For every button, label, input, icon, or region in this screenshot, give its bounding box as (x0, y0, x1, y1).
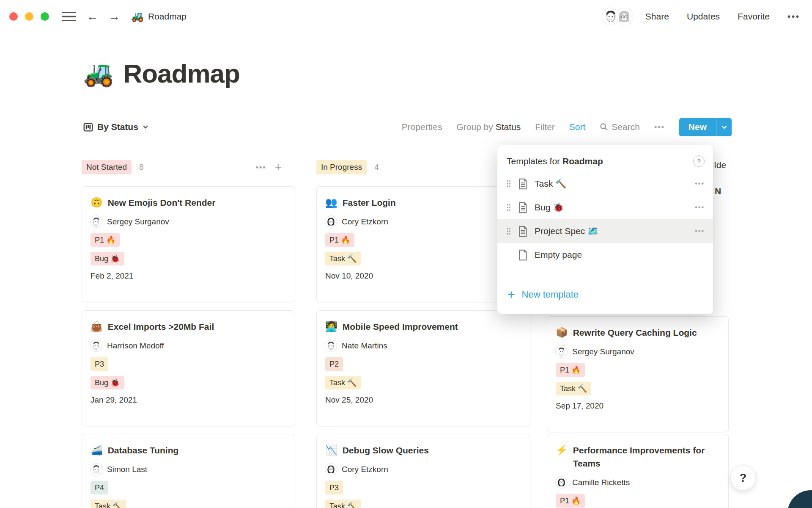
toolbar-divider (0, 143, 812, 143)
board-card[interactable]: 📉Debug Slow Queries Cory Etzkorn P3 Task… (316, 434, 530, 508)
template-more-icon[interactable]: ••• (695, 180, 705, 188)
blank-page-icon (518, 249, 528, 261)
column-add-icon[interactable]: + (275, 161, 282, 173)
view-name: By Status (97, 122, 138, 132)
close-window-icon[interactable] (9, 12, 18, 21)
card-title: Faster Login (343, 196, 396, 209)
board-card[interactable]: ⚡Performance Improvements for Teams Cami… (547, 434, 729, 508)
avatar (325, 464, 337, 475)
collaborator-avatars[interactable] (602, 8, 633, 25)
template-item-bug[interactable]: Bug 🐞 ••• (497, 196, 713, 219)
card-person: Camille Ricketts (572, 478, 630, 487)
column-count: 8 (139, 163, 144, 172)
search-icon (600, 123, 608, 131)
new-button-caret[interactable] (716, 118, 732, 136)
template-item-project-spec[interactable]: Project Spec 🗺️ ••• (497, 219, 713, 243)
board-card[interactable]: 👜Excel Imports >20Mb Fail Harrison Medof… (82, 310, 295, 426)
card-tag: Task 🔨 (91, 500, 126, 508)
card-emoji-icon: 🙃 (91, 196, 103, 209)
minimize-window-icon[interactable] (25, 12, 33, 21)
column-status-badge[interactable]: In Progress (316, 160, 367, 174)
doc-emoji-icon: 🚜 (131, 11, 144, 22)
column-header: Not Started 8 ••• + (82, 159, 295, 176)
card-tag: P1 🔥 (91, 233, 120, 247)
avatar (91, 216, 102, 227)
column-count: 4 (374, 163, 379, 172)
card-tag: P3 (91, 357, 108, 371)
zoom-window-icon[interactable] (41, 12, 49, 21)
card-tag: Bug 🐞 (91, 376, 124, 389)
avatar (616, 8, 633, 25)
new-template-button[interactable]: + New template (497, 275, 713, 314)
card-tag: Task 🔨 (325, 376, 361, 389)
avatar (556, 477, 567, 488)
new-button-label[interactable]: New (679, 118, 716, 136)
card-emoji-icon: 🚄 (91, 444, 103, 456)
board-view-icon (83, 122, 93, 132)
card-title: Mobile Speed Improvement (343, 320, 458, 333)
new-button[interactable]: New (679, 118, 732, 136)
column-more-icon[interactable]: ••• (256, 163, 266, 172)
templates-dropdown: Templates for Roadmap ? Task 🔨 ••• Bug 🐞… (497, 145, 713, 314)
card-tag: P1 🔥 (325, 233, 354, 247)
group-by-label: Group by (456, 122, 493, 132)
forward-arrow-icon[interactable]: → (108, 11, 120, 22)
card-date: Nov 25, 2020 (325, 395, 521, 405)
search-button[interactable]: Search (600, 122, 640, 132)
sort-button[interactable]: Sort (569, 122, 586, 132)
board-card[interactable]: 👩‍💻Mobile Speed Improvement Nate Martins… (316, 310, 530, 426)
card-title: Debug Slow Queries (343, 444, 429, 457)
templates-title-doc: Roadmap (562, 156, 603, 166)
template-item-empty-page[interactable]: Empty page (497, 243, 713, 267)
help-button[interactable]: ? (731, 466, 755, 490)
card-tag: Task 🔨 (325, 252, 361, 265)
topbar-more-icon[interactable]: ••• (787, 12, 800, 22)
properties-button[interactable]: Properties (402, 122, 442, 132)
breadcrumb-doc-title[interactable]: Roadmap (148, 11, 187, 22)
card-tag: Task 🔨 (556, 382, 591, 395)
avatar (91, 464, 102, 475)
template-item-label: Task 🔨 (535, 179, 566, 189)
card-tag: P1 🔥 (556, 494, 585, 508)
page-title-block: 🚜 Roadmap (83, 58, 240, 88)
card-person: Cory Etzkorn (342, 465, 388, 474)
card-tag: P3 (325, 481, 343, 494)
board-card[interactable]: 🙃New Emojis Don't Render Sergey Surganov… (82, 186, 295, 302)
board-card[interactable]: 📦Rewrite Query Caching Logic Sergey Surg… (547, 316, 729, 432)
card-emoji-icon: 👩‍💻 (325, 320, 337, 333)
card-emoji-icon: 👜 (91, 320, 103, 333)
card-tag: P4 (91, 481, 108, 494)
drag-handle-icon[interactable] (506, 203, 511, 212)
group-by-button[interactable]: Group by Status (456, 122, 521, 132)
chevron-down-icon (143, 124, 148, 130)
card-emoji-icon: 📉 (325, 444, 337, 456)
template-more-icon[interactable]: ••• (695, 227, 705, 235)
card-date: Jan 29, 2021 (91, 395, 286, 405)
page-icon (518, 226, 528, 237)
chevron-down-icon (721, 124, 727, 130)
view-switcher[interactable]: By Status (83, 122, 148, 132)
card-person: Sergey Surganov (572, 347, 634, 356)
card-tag: Task 🔨 (325, 500, 361, 508)
drag-handle-icon[interactable] (506, 179, 511, 188)
drag-handle-icon[interactable] (506, 227, 511, 235)
back-arrow-icon[interactable]: ← (86, 11, 98, 22)
template-item-label: Project Spec 🗺️ (535, 226, 598, 236)
page-title: Roadmap (123, 58, 239, 88)
page-icon (518, 178, 528, 190)
page-emoji-icon[interactable]: 🚜 (83, 59, 114, 88)
template-more-icon[interactable]: ••• (695, 204, 705, 211)
window-topbar: ← → 🚜 Roadmap Share Updates Favorite ••• (0, 0, 812, 33)
updates-button[interactable]: Updates (687, 11, 720, 22)
column-status-badge[interactable]: Not Started (82, 160, 132, 174)
share-button[interactable]: Share (645, 11, 669, 22)
board-card[interactable]: 🚄Database Tuning Simon Last P4 Task 🔨 (82, 434, 295, 508)
toolbar-more-icon[interactable]: ••• (654, 123, 665, 132)
template-item-label: Bug 🐞 (535, 202, 564, 213)
filter-button[interactable]: Filter (535, 122, 555, 132)
chat-bubble-corner[interactable] (787, 490, 812, 508)
help-circle-icon[interactable]: ? (693, 155, 705, 167)
template-item-task[interactable]: Task 🔨 ••• (497, 172, 713, 196)
favorite-button[interactable]: Favorite (738, 11, 770, 22)
sidebar-menu-icon[interactable] (62, 12, 76, 22)
